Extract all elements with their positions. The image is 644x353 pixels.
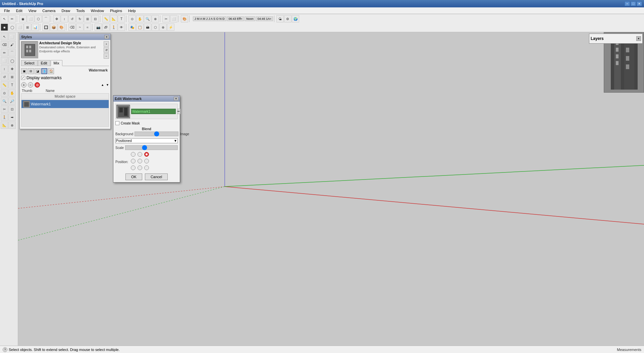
tb-text[interactable]: T [118,15,125,22]
close-button[interactable]: × [637,1,642,6]
tb-push[interactable]: ↕ [61,15,68,22]
lt-erase[interactable]: ⌫ [1,41,8,48]
ew-position-dropdown[interactable]: Positioned ▼ [115,138,178,143]
menu-file[interactable]: File [1,8,13,13]
lt-select[interactable]: ↖ [1,33,8,40]
tb-offset[interactable]: ⊟ [92,15,99,22]
pos-mid-center[interactable] [138,159,142,163]
tb-soften[interactable]: ≈ [84,23,91,31]
tb-solid-black[interactable]: ■ [1,23,8,31]
tb-sandbox[interactable]: 🏔 [144,23,151,31]
pos-bot-right[interactable] [144,165,149,170]
wm-model-icon[interactable]: 🏠 [48,68,54,74]
tb-hex[interactable]: ⬡ [35,15,42,22]
pos-bot-center[interactable] [138,165,142,170]
lt-rotate[interactable]: ↺ [1,73,8,81]
tb-circle[interactable]: ◉ [19,15,26,22]
tb-paint[interactable]: 🎨 [181,15,188,22]
lt-rect[interactable]: ⬜ [1,57,8,64]
style-update-button[interactable]: ↺ [104,47,109,53]
tb-pan[interactable]: ✋ [136,15,144,22]
watermark-list[interactable]: Model space Watermark1 [21,93,109,127]
menu-camera[interactable]: Camera [40,8,58,13]
tb-box[interactable]: ⬜ [16,23,23,31]
wm-move-down[interactable]: ▼ [106,83,109,87]
ew-watermark-edit-icon[interactable]: ✏ [177,109,180,114]
tb-pencil[interactable]: ✏ [8,15,16,22]
tb-move[interactable]: ✥ [53,15,60,22]
lt-pan2[interactable]: ✋ [8,89,16,97]
menu-window[interactable]: Window [88,8,107,13]
pos-top-center[interactable] [138,152,142,157]
tab-select[interactable]: Select [21,60,38,66]
lt-section-plane[interactable]: ✂ [1,105,8,113]
lt-scale[interactable]: ⊞ [8,73,16,81]
menu-view[interactable]: View [26,8,39,13]
lt-pencil[interactable]: ✏ [1,49,8,56]
tb-scene[interactable]: 📋 [136,23,144,31]
wm-add-button[interactable]: + [21,82,26,88]
tab-edit[interactable]: Edit [38,60,50,66]
tb-geo[interactable]: 🌍 [292,15,299,22]
lt-arc[interactable]: ⌒ [8,49,16,56]
tb-chart[interactable]: 📊 [32,23,39,31]
lt-section-view[interactable]: ⊡ [8,105,16,113]
edit-watermark-close[interactable]: × [174,97,178,101]
maximize-button[interactable]: □ [631,1,636,6]
tb-walk[interactable]: 🚶 [110,23,117,31]
tb-standard-views[interactable]: 🗗 [102,23,110,31]
lt-move[interactable]: ✥ [8,65,16,72]
tb-orbit[interactable]: ⊙ [128,15,136,22]
wm-edge-icon[interactable]: ⊟ [28,68,34,74]
lt-zoom-window[interactable]: 🔎 [8,97,16,105]
ew-watermark-name-input[interactable] [131,109,176,114]
watermark-list-item[interactable]: Watermark1 [21,100,109,108]
tb-smooth[interactable]: ~ [76,23,84,31]
tb-zoom-ext[interactable]: ⊕ [152,15,159,22]
style-delete-button[interactable]: − [104,53,109,59]
ew-scale-slider[interactable] [125,145,178,150]
menu-tools[interactable]: Tools [73,8,88,13]
menu-edit[interactable]: Edit [13,8,25,13]
pos-top-left[interactable] [131,152,136,157]
lt-paint[interactable]: 🖌 [8,41,16,48]
style-add-button[interactable]: + [104,41,109,47]
tab-mix[interactable]: Mix [51,60,62,66]
lt-orbit[interactable]: ⊙ [1,89,8,97]
ew-cancel-button[interactable]: Cancel [145,173,168,180]
tb-dynamic[interactable]: ⚡ [167,23,174,31]
lt-component[interactable]: ⬜ [8,33,16,40]
minimize-button[interactable]: − [625,1,630,6]
tb-settings[interactable]: ⚙ [284,15,291,22]
tb-shadow[interactable]: 🌤 [276,15,284,22]
tb-follow[interactable]: ↻ [76,15,84,22]
menu-help[interactable]: Help [125,8,139,13]
display-watermarks-checkbox[interactable]: ✓ [21,76,25,80]
lt-tape[interactable]: 📏 [1,81,8,89]
tb-look-around[interactable]: 👁 [118,23,125,31]
ew-ok-button[interactable]: OK [125,173,142,180]
pos-mid-right[interactable] [144,159,149,163]
window-controls[interactable]: − □ × [625,1,642,6]
lt-extra[interactable]: ⊗ [8,121,16,129]
lt-circle[interactable]: ◯ [8,57,16,64]
tb-arc[interactable]: ⌒ [42,15,50,22]
pos-top-right[interactable] [144,152,149,157]
tb-zoom[interactable]: 🔍 [144,15,151,22]
tb-scale-tool[interactable]: ⊞ [84,15,91,22]
wm-edit-button[interactable]: ⚙ [35,82,40,88]
pos-mid-left[interactable] [131,159,136,163]
tb-eraser[interactable]: ⌫ [68,23,76,31]
tb-rect[interactable]: ⬜ [27,15,34,22]
ew-create-mask-checkbox[interactable] [115,121,119,125]
tb-style[interactable]: 🎭 [128,23,136,31]
wm-watermark-icon active[interactable]: 💧 [41,68,47,74]
menu-draw[interactable]: Draw [59,8,73,13]
wm-move-up[interactable]: ▲ [101,83,104,87]
tb-rotate[interactable]: ↺ [68,15,76,22]
styles-panel-close[interactable]: × [104,35,109,39]
ew-blend-slider[interactable] [135,132,178,136]
tb-section[interactable]: ✂ [162,15,170,22]
tb-advanced[interactable]: ⬡ [152,23,159,31]
canvas-area[interactable]: Styles × [18,32,644,347]
